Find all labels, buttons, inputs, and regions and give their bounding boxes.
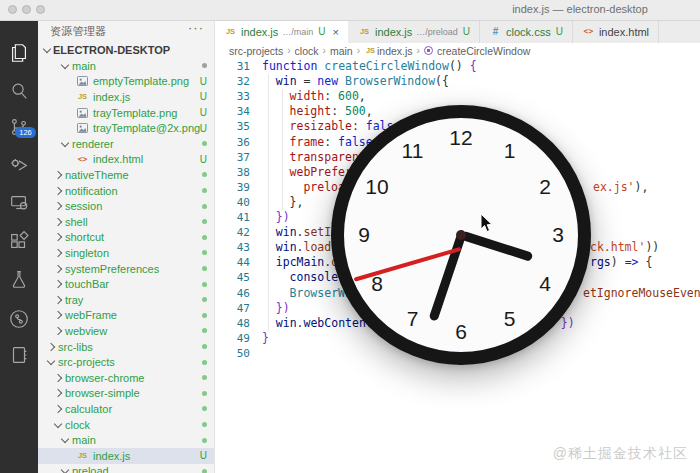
- close-traffic-light[interactable]: [8, 5, 17, 14]
- code-line-32[interactable]: 32win = new BrowserWindow({: [215, 74, 700, 89]
- modified-dot: [202, 375, 207, 380]
- git-status-badge: U: [463, 26, 470, 37]
- tree-item-src-libs[interactable]: src-libs: [38, 339, 215, 355]
- line-number[interactable]: 38: [220, 165, 250, 180]
- chevron-right-icon: [54, 186, 62, 194]
- line-number[interactable]: 35: [220, 119, 250, 134]
- line-number[interactable]: 48: [220, 316, 250, 331]
- tab-clock-css[interactable]: #clock.cssU: [480, 20, 573, 43]
- git-status-badge: U: [200, 76, 207, 87]
- search-icon[interactable]: [0, 76, 38, 106]
- breadcrumb-item-clock[interactable]: clock: [295, 45, 319, 57]
- tab-index-html[interactable]: <>index.html: [573, 20, 659, 43]
- explorer-icon[interactable]: [0, 38, 38, 68]
- tree-item-singleton[interactable]: singleton: [38, 245, 215, 261]
- tree-item-index-js[interactable]: JSindex.jsU: [38, 89, 215, 105]
- tab-index-js[interactable]: JSindex.js…/mainU×: [215, 20, 349, 43]
- code-text: },: [290, 195, 304, 210]
- git-status-badge: U: [200, 450, 207, 461]
- tree-item-label: shortcut: [65, 231, 104, 243]
- tree-item-browser-chrome[interactable]: browser-chrome: [38, 370, 215, 386]
- analog-clock-window[interactable]: 123456789101112: [331, 105, 591, 365]
- tree-item-label: src-projects: [58, 356, 115, 368]
- tree-item-nativetheme[interactable]: nativeTheme: [38, 167, 215, 183]
- line-number[interactable]: 50: [220, 346, 250, 361]
- chevron-right-icon: [54, 264, 62, 272]
- line-number[interactable]: 40: [220, 195, 250, 210]
- tab-index-js[interactable]: JSindex.js…/preloadU: [349, 20, 480, 43]
- tree-item-shortcut[interactable]: shortcut: [38, 230, 215, 246]
- line-number[interactable]: 45: [220, 270, 250, 285]
- mouse-cursor-icon: [480, 214, 494, 238]
- line-number[interactable]: 41: [220, 210, 250, 225]
- tree-item-systempreferences[interactable]: systemPreferences: [38, 261, 215, 277]
- line-number[interactable]: 33: [220, 89, 250, 104]
- chevron-right-icon: [54, 389, 62, 397]
- line-number[interactable]: 32: [220, 74, 250, 89]
- minimize-traffic-light[interactable]: [22, 5, 31, 14]
- breadcrumb-item-main[interactable]: main: [330, 45, 353, 57]
- tree-item-webview[interactable]: webview: [38, 323, 215, 339]
- code-line-33[interactable]: 33width: 600,: [215, 89, 700, 104]
- tree-item-shell[interactable]: shell: [38, 214, 215, 230]
- tree-item-index-html[interactable]: <>index.htmlU: [38, 152, 215, 168]
- line-number[interactable]: 36: [220, 135, 250, 150]
- tree-item-notification[interactable]: notification: [38, 183, 215, 199]
- modified-dot: [202, 360, 207, 365]
- line-number[interactable]: 49: [220, 331, 250, 346]
- chevron-right-icon: [54, 280, 62, 288]
- chevron-right-icon: [54, 218, 62, 226]
- tree-item-label: webFrame: [65, 309, 117, 321]
- line-number[interactable]: 46: [220, 286, 250, 301]
- tree-item-traytemplate-png[interactable]: trayTemplate.pngU: [38, 105, 215, 121]
- run-and-debug-icon[interactable]: [0, 150, 38, 180]
- tree-item-renderer[interactable]: renderer: [38, 136, 215, 152]
- tree-item-main[interactable]: main: [38, 432, 215, 448]
- breadcrumb-item-createcirclewindow[interactable]: createCircleWindow: [424, 45, 530, 57]
- code-line-31[interactable]: 31function createCircleWindow() {: [215, 59, 700, 74]
- css-file-icon: #: [489, 26, 502, 38]
- tree-item-tray[interactable]: tray: [38, 292, 215, 308]
- line-number[interactable]: 34: [220, 104, 250, 119]
- line-number[interactable]: 43: [220, 240, 250, 255]
- tree-item-clock[interactable]: clock: [38, 417, 215, 433]
- notebook-icon[interactable]: [0, 340, 38, 370]
- clock-number-2: 2: [539, 174, 551, 198]
- chevron-down-icon: [54, 419, 62, 427]
- chevron-down-icon: [43, 45, 51, 53]
- close-icon[interactable]: ×: [333, 26, 339, 38]
- testing-icon[interactable]: [0, 264, 38, 294]
- tree-item-webframe[interactable]: webFrame: [38, 308, 215, 324]
- tree-item-touchbar[interactable]: touchBar: [38, 276, 215, 292]
- tree-item-label: notification: [65, 185, 118, 197]
- source-control-icon[interactable]: 126: [0, 112, 38, 142]
- tree-item-traytemplate-2x-png[interactable]: trayTemplate@2x.pngU: [38, 120, 215, 136]
- tree-item-preload[interactable]: preload: [38, 464, 215, 473]
- tree-item-emptytemplate-png[interactable]: emptyTemplate.pngU: [38, 74, 215, 90]
- line-number[interactable]: 42: [220, 225, 250, 240]
- breadcrumb-label: index.js: [377, 45, 413, 57]
- zoom-traffic-light[interactable]: [36, 5, 45, 14]
- activity-bar: 126: [0, 20, 38, 473]
- line-number[interactable]: 47: [220, 301, 250, 316]
- tree-item-browser-simple[interactable]: browser-simple: [38, 386, 215, 402]
- tree-root-row[interactable]: ELECTRON-DESKTOP: [38, 42, 215, 58]
- breadcrumb-item-src-projects[interactable]: src-projects: [229, 45, 283, 57]
- tree-item-src-projects[interactable]: src-projects: [38, 354, 215, 370]
- js-file-icon: JS: [358, 26, 371, 38]
- extensions-icon[interactable]: [0, 226, 38, 256]
- tree-item-main[interactable]: main: [38, 58, 215, 74]
- source-control-graph-icon[interactable]: [0, 304, 38, 334]
- tree-item-calculator[interactable]: calculator: [38, 401, 215, 417]
- tree-item-index-js[interactable]: JSindex.jsU: [38, 448, 215, 464]
- explorer-actions-icon[interactable]: ···: [188, 20, 204, 35]
- code-text: win = new BrowserWindow({: [276, 74, 449, 89]
- line-number[interactable]: 31: [220, 59, 250, 74]
- line-number[interactable]: 44: [220, 255, 250, 270]
- breadcrumb-item-index.js[interactable]: JSindex.js: [364, 45, 413, 57]
- remote-explorer-icon[interactable]: [0, 188, 38, 218]
- tree-item-label: renderer: [72, 138, 114, 150]
- line-number[interactable]: 39: [220, 180, 250, 195]
- line-number[interactable]: 37: [220, 150, 250, 165]
- tree-item-session[interactable]: session: [38, 198, 215, 214]
